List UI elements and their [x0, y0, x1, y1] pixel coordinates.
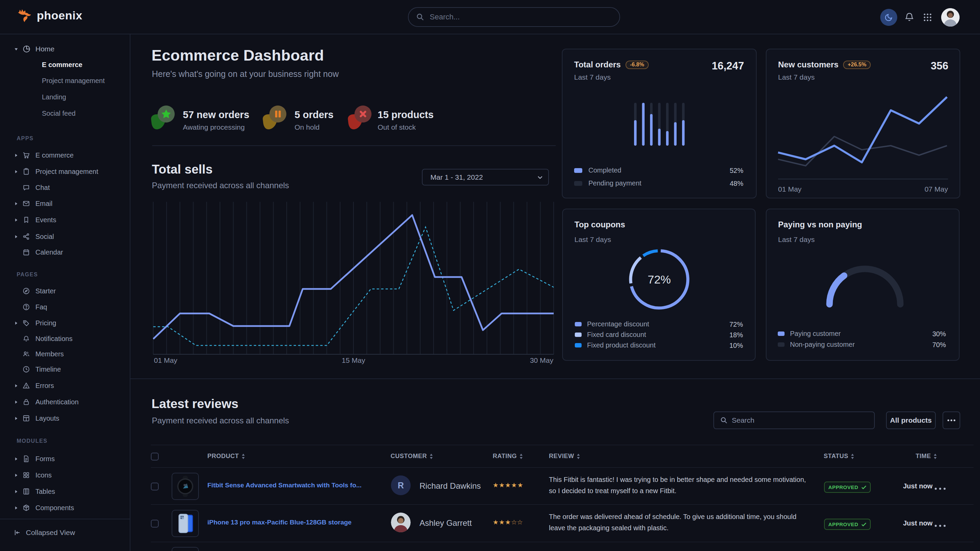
- svg-text:15 May: 15 May: [342, 356, 365, 364]
- svg-text:30 May: 30 May: [530, 356, 553, 364]
- svg-text:72%: 72%: [648, 273, 671, 286]
- svg-text:07 May: 07 May: [924, 185, 948, 193]
- svg-text:01 May: 01 May: [154, 356, 177, 364]
- svg-text:01 May: 01 May: [778, 185, 802, 193]
